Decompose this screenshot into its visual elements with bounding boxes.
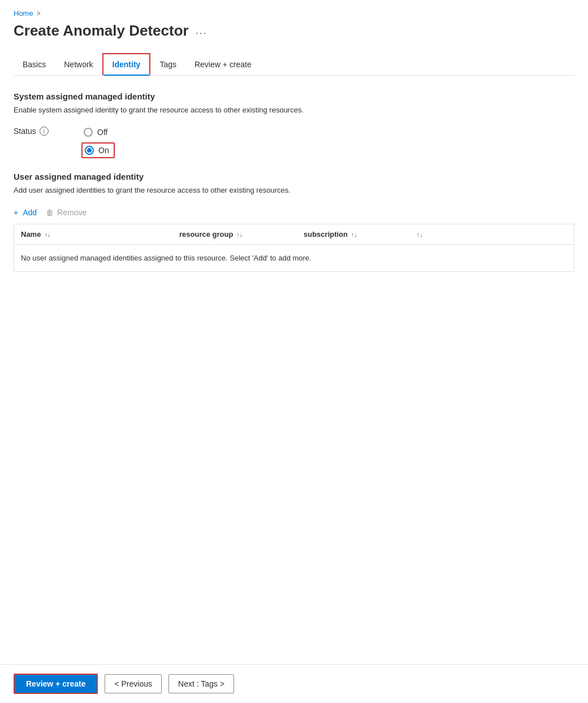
main-content: Home > Create Anomaly Detector ... Basic… — [0, 0, 588, 664]
add-button-label: Add — [23, 208, 37, 217]
previous-button[interactable]: < Previous — [105, 674, 162, 693]
system-assigned-section: System assigned managed identity Enable … — [14, 92, 574, 158]
user-assigned-toolbar: + Add 🗑 Remove — [14, 206, 574, 224]
breadcrumb: Home > — [14, 9, 574, 18]
tab-basics[interactable]: Basics — [14, 54, 55, 75]
radio-off-circle — [84, 128, 93, 137]
extra-sort-icon: ↑↓ — [417, 231, 423, 238]
review-create-button[interactable]: Review + create — [14, 674, 98, 694]
page-container: Home > Create Anomaly Detector ... Basic… — [0, 0, 588, 703]
add-identity-button[interactable]: + Add — [14, 206, 37, 219]
resource-group-sort-icon[interactable]: ↑↓ — [236, 231, 243, 238]
status-label: Status i — [14, 125, 81, 136]
remove-button-label: Remove — [57, 208, 87, 217]
tab-tags[interactable]: Tags — [150, 54, 185, 75]
ellipsis-menu-button[interactable]: ... — [196, 25, 207, 37]
column-extra: ↑↓ — [410, 224, 455, 244]
user-assigned-section: User assigned managed identity Add user … — [14, 172, 574, 272]
system-assigned-title: System assigned managed identity — [14, 92, 574, 101]
column-resource-group[interactable]: resource group ↑↓ — [172, 224, 297, 244]
radio-on-circle — [85, 146, 94, 155]
column-subscription[interactable]: subscription ↑↓ — [297, 224, 410, 244]
trash-icon: 🗑 — [46, 208, 54, 217]
user-assigned-title: User assigned managed identity — [14, 172, 574, 181]
tab-identity[interactable]: Identity — [102, 53, 151, 76]
system-assigned-description: Enable system assigned identity to grant… — [14, 106, 574, 114]
column-name[interactable]: Name ↑↓ — [14, 224, 172, 244]
status-info-icon[interactable]: i — [40, 127, 49, 136]
tab-review-create[interactable]: Review + create — [185, 54, 261, 75]
tab-network[interactable]: Network — [55, 54, 102, 75]
next-button[interactable]: Next : Tags > — [168, 674, 234, 693]
page-title-row: Create Anomaly Detector ... — [14, 22, 574, 40]
table-header: Name ↑↓ resource group ↑↓ subscription ↑… — [14, 224, 574, 245]
table-body: No user assigned managed identities assi… — [14, 245, 574, 271]
name-sort-icon[interactable]: ↑↓ — [44, 231, 50, 238]
status-field-row: Status i Off On — [14, 125, 574, 158]
table-empty-message: No user assigned managed identities assi… — [14, 245, 574, 271]
status-radio-group: Off On — [81, 125, 115, 158]
footer: Review + create < Previous Next : Tags > — [0, 664, 588, 703]
remove-identity-button[interactable]: 🗑 Remove — [46, 206, 87, 219]
subscription-sort-icon[interactable]: ↑↓ — [351, 231, 357, 238]
radio-off[interactable]: Off — [81, 125, 115, 139]
user-assigned-table: Name ↑↓ resource group ↑↓ subscription ↑… — [14, 224, 574, 272]
page-title: Create Anomaly Detector — [14, 22, 189, 40]
radio-on[interactable]: On — [81, 142, 115, 158]
breadcrumb-separator: > — [37, 10, 41, 18]
breadcrumb-home-link[interactable]: Home — [14, 9, 33, 18]
tabs-row: Basics Network Identity Tags Review + cr… — [14, 53, 574, 76]
add-icon: + — [14, 208, 18, 217]
user-assigned-description: Add user assigned identities to grant th… — [14, 186, 574, 194]
